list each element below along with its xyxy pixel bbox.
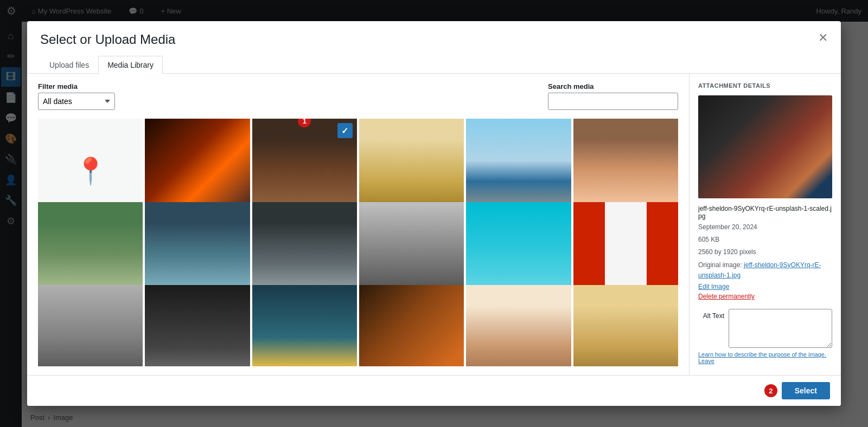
attachment-thumbnail-image	[698, 95, 832, 198]
alt-text-label: Alt Text	[698, 309, 724, 320]
search-label: Search media	[548, 82, 678, 90]
alt-text-section: Alt Text Learn how to describe the purpo…	[698, 309, 832, 364]
tab-upload[interactable]: Upload files	[40, 56, 98, 74]
media-thumbnail	[252, 285, 357, 366]
filter-date-select[interactable]: All dates September 2024 August 2024	[38, 93, 115, 110]
attachment-filename: jeff-sheldon-9SyOKYrq-rE-unsplash-1-scal…	[698, 205, 832, 220]
attachment-date: September 20, 2024	[698, 222, 832, 232]
modal-title: Select or Upload Media	[40, 32, 828, 47]
media-thumbnail	[359, 285, 464, 366]
media-item[interactable]: ✓	[145, 285, 250, 366]
media-thumbnail	[466, 285, 571, 366]
media-thumbnail	[573, 285, 678, 366]
checkmark-icon: ✓	[337, 123, 353, 138]
media-item[interactable]: ✓	[573, 285, 678, 366]
edit-image-link[interactable]: Edit Image	[698, 283, 832, 290]
modal-close-button[interactable]: ✕	[816, 30, 830, 46]
media-thumbnail	[145, 285, 250, 366]
media-item[interactable]: ✓	[38, 285, 143, 366]
media-item[interactable]: ✓	[359, 285, 464, 366]
search-group: Search media	[548, 82, 678, 110]
media-thumbnail	[38, 285, 143, 366]
attachment-dimensions: 2560 by 1920 pixels	[698, 247, 832, 257]
filter-group: Filter media All dates September 2024 Au…	[38, 82, 115, 110]
media-item[interactable]: ✓	[252, 285, 357, 366]
attachment-filesize: 605 KB	[698, 235, 832, 245]
attachment-original: Original image: jeff-sheldon-9SyOKYrq-rE…	[698, 260, 832, 281]
tab-media-library[interactable]: Media Library	[98, 56, 163, 74]
media-item[interactable]: ✓	[466, 285, 571, 366]
alt-text-input[interactable]	[729, 309, 832, 348]
filter-label: Filter media	[38, 82, 115, 90]
media-area: Filter media All dates September 2024 Au…	[27, 74, 689, 375]
modal-header: Select or Upload Media ✕ Upload files Me…	[27, 21, 841, 74]
original-label: Original image:	[698, 261, 744, 269]
footer-badge: 2	[764, 384, 777, 397]
modal-footer: 2 Select	[27, 375, 841, 406]
alt-text-row: Alt Text	[698, 309, 832, 348]
alt-text-help-link[interactable]: Learn how to describe the purpose of the…	[698, 351, 832, 364]
location-pin-icon: 📍	[74, 156, 107, 186]
filter-row: Filter media All dates September 2024 Au…	[38, 82, 678, 110]
modal-tabs: Upload files Media Library	[40, 56, 828, 73]
search-input[interactable]	[548, 93, 678, 110]
media-modal: Select or Upload Media ✕ Upload files Me…	[27, 21, 841, 406]
delete-permanently-link[interactable]: Delete permanently	[698, 293, 832, 300]
select-button[interactable]: Select	[782, 382, 830, 399]
attachment-details-title: ATTACHMENT DETAILS	[698, 82, 832, 89]
modal-body: Filter media All dates September 2024 Au…	[27, 74, 841, 375]
media-grid: 📍 ✓ ✓ 1 ✓	[38, 119, 678, 366]
attachment-thumbnail	[698, 95, 832, 198]
modal-overlay[interactable]: Select or Upload Media ✕ Upload files Me…	[0, 0, 868, 427]
attachment-panel: ATTACHMENT DETAILS jeff-sheldon-9SyOKYrq…	[689, 74, 841, 375]
